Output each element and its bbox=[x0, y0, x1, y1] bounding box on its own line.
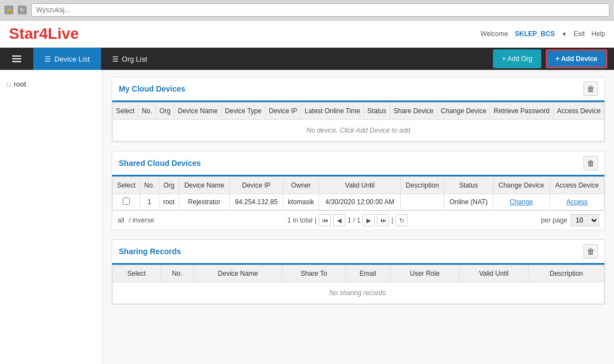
expand-icon: □ bbox=[7, 81, 11, 88]
tab-org-list[interactable]: ☰ Org List bbox=[101, 48, 159, 70]
sidebar-item-root[interactable]: □ root bbox=[0, 77, 102, 92]
row-device-name: Rejestrator bbox=[179, 194, 229, 210]
shared-cloud-devices-header: Shared Cloud Devices 🗑 bbox=[112, 151, 605, 176]
col-change-device: Change Device bbox=[437, 103, 490, 120]
exit-link[interactable]: Exit bbox=[573, 30, 585, 38]
select-inverse-link[interactable]: / inverse bbox=[129, 216, 154, 224]
username[interactable]: SKLEP_BCS bbox=[515, 30, 555, 38]
prev-page-button[interactable]: ◀ bbox=[333, 214, 345, 226]
row-device-ip: 94.254.132.85 bbox=[230, 194, 283, 210]
pagination-bar: all / inverse 1 in total | ⏮ ◀ 1 / 1 ▶ ⏭… bbox=[112, 210, 605, 230]
col-device-ip: Device IP bbox=[265, 103, 301, 120]
tab-device-list[interactable]: ☰ Device List bbox=[33, 48, 101, 70]
scd-col-select: Select bbox=[113, 177, 140, 194]
first-page-button[interactable]: ⏮ bbox=[319, 214, 331, 226]
shared-cloud-devices-delete-button[interactable]: 🗑 bbox=[583, 156, 598, 170]
add-org-button[interactable]: + Add Org bbox=[493, 49, 541, 68]
nav-bar: ☰ Device List ☰ Org List + Add Org + Add… bbox=[0, 48, 614, 70]
row-checkbox[interactable] bbox=[123, 198, 130, 205]
logo-star: Star4 bbox=[9, 25, 48, 42]
nav-tabs: ☰ Device List ☰ Org List bbox=[0, 48, 158, 70]
sharing-records-table: Select No. Device Name Share To Email Us… bbox=[112, 265, 605, 304]
col-select: Select bbox=[113, 103, 138, 120]
sr-col-user-role: User Role bbox=[390, 265, 459, 282]
refresh-button[interactable]: ↻ bbox=[395, 214, 407, 226]
sharing-records-title: Sharing Records bbox=[119, 247, 181, 256]
sr-no-data-row: No sharing records. bbox=[113, 282, 605, 304]
main-layout: □ root My Cloud Devices 🗑 Select No. Org bbox=[0, 70, 614, 364]
scd-col-device-name: Device Name bbox=[179, 177, 229, 194]
row-valid-until: 4/30/2020 12:00:00 AM bbox=[319, 194, 401, 210]
sidebar: □ root bbox=[0, 70, 103, 364]
my-cloud-devices-delete-button[interactable]: 🗑 bbox=[583, 82, 598, 96]
lock-icon: 🔒 bbox=[4, 6, 13, 14]
sr-col-share-to: Share To bbox=[282, 265, 345, 282]
my-cloud-devices-section: My Cloud Devices 🗑 Select No. Org Device… bbox=[112, 77, 605, 142]
change-link[interactable]: Change bbox=[510, 198, 533, 206]
hamburger-menu[interactable] bbox=[0, 48, 33, 70]
sr-col-valid-until: Valid Until bbox=[459, 265, 528, 282]
total-text: 1 in total bbox=[288, 216, 313, 224]
sidebar-root-label: root bbox=[14, 80, 26, 88]
pagination-center: 1 in total | ⏮ ◀ 1 / 1 ▶ ⏭ | ↻ bbox=[288, 214, 408, 226]
row-access-cell[interactable]: Access bbox=[550, 194, 604, 210]
pipe-sep2: | bbox=[391, 216, 393, 224]
last-page-button[interactable]: ⏭ bbox=[377, 214, 389, 226]
browser-search-input[interactable] bbox=[31, 3, 610, 17]
device-list-icon: ☰ bbox=[44, 55, 51, 63]
row-org: root bbox=[159, 194, 179, 210]
browser-chrome: 🔒 ↻ bbox=[0, 0, 614, 21]
sr-col-select: Select bbox=[113, 265, 161, 282]
sr-col-description: Description bbox=[528, 265, 604, 282]
pagination-left: all / inverse bbox=[118, 216, 154, 224]
row-change-cell[interactable]: Change bbox=[493, 194, 550, 210]
sharing-records-delete-button[interactable]: 🗑 bbox=[583, 244, 598, 259]
pipe-sep1: | bbox=[315, 216, 316, 224]
no-data-row: No device. Click Add Device to add bbox=[113, 120, 605, 141]
add-device-button[interactable]: + Add Device bbox=[546, 49, 607, 68]
per-page-select[interactable]: 10 20 50 100 bbox=[571, 214, 599, 226]
sharing-records-header: Sharing Records 🗑 bbox=[112, 240, 605, 265]
col-org: Org bbox=[156, 103, 174, 120]
row-checkbox-cell[interactable] bbox=[113, 194, 140, 210]
scd-col-device-ip: Device IP bbox=[230, 177, 283, 194]
device-list-label: Device List bbox=[54, 55, 90, 63]
page-info: 1 / 1 bbox=[348, 216, 360, 224]
shared-cloud-devices-title: Shared Cloud Devices bbox=[119, 159, 201, 168]
scd-col-status: Status bbox=[444, 177, 493, 194]
my-cloud-devices-header: My Cloud Devices 🗑 bbox=[112, 77, 605, 102]
my-cloud-devices-table: Select No. Org Device Name Device Type D… bbox=[112, 102, 605, 141]
sr-col-email: Email bbox=[345, 265, 390, 282]
welcome-text: Welcome bbox=[481, 30, 509, 38]
sr-col-no: No. bbox=[160, 265, 193, 282]
per-page-label: per page bbox=[541, 216, 567, 224]
scd-col-access-device: Access Device bbox=[550, 177, 604, 194]
logo: Star4Live bbox=[9, 25, 79, 43]
content: My Cloud Devices 🗑 Select No. Org Device… bbox=[103, 70, 614, 364]
col-share-device: Share Device bbox=[390, 103, 437, 120]
row-description bbox=[401, 194, 444, 210]
shared-cloud-devices-section: Shared Cloud Devices 🗑 Select No. Org De… bbox=[112, 151, 605, 230]
row-status: Online (NAT) bbox=[444, 194, 493, 210]
col-status: Status bbox=[364, 103, 390, 120]
logo-live: Live bbox=[48, 25, 79, 42]
scd-col-org: Org bbox=[159, 177, 179, 194]
next-page-button[interactable]: ▶ bbox=[363, 214, 375, 226]
nav-actions: + Add Org + Add Device bbox=[486, 49, 614, 68]
col-no: No. bbox=[138, 103, 156, 120]
shared-cloud-devices-table: Select No. Org Device Name Device IP Own… bbox=[112, 176, 605, 210]
scd-col-change-device: Change Device bbox=[493, 177, 550, 194]
row-no: 1 bbox=[140, 194, 159, 210]
access-link[interactable]: Access bbox=[566, 198, 588, 206]
org-list-icon: ☰ bbox=[112, 55, 119, 63]
scd-col-owner: Owner bbox=[283, 177, 319, 194]
help-link[interactable]: Help bbox=[591, 30, 605, 38]
scd-col-valid-until: Valid Until bbox=[319, 177, 401, 194]
row-owner: ktomasik bbox=[283, 194, 319, 210]
select-all-link[interactable]: all bbox=[118, 216, 124, 224]
refresh-icon: ↻ bbox=[18, 6, 27, 14]
user-dropdown-arrow[interactable]: ▼ bbox=[561, 31, 567, 37]
app-container: Star4Live Welcome SKLEP_BCS ▼ Exit Help … bbox=[0, 21, 614, 364]
sr-col-device-name: Device Name bbox=[194, 265, 282, 282]
col-device-type: Device Type bbox=[222, 103, 265, 120]
